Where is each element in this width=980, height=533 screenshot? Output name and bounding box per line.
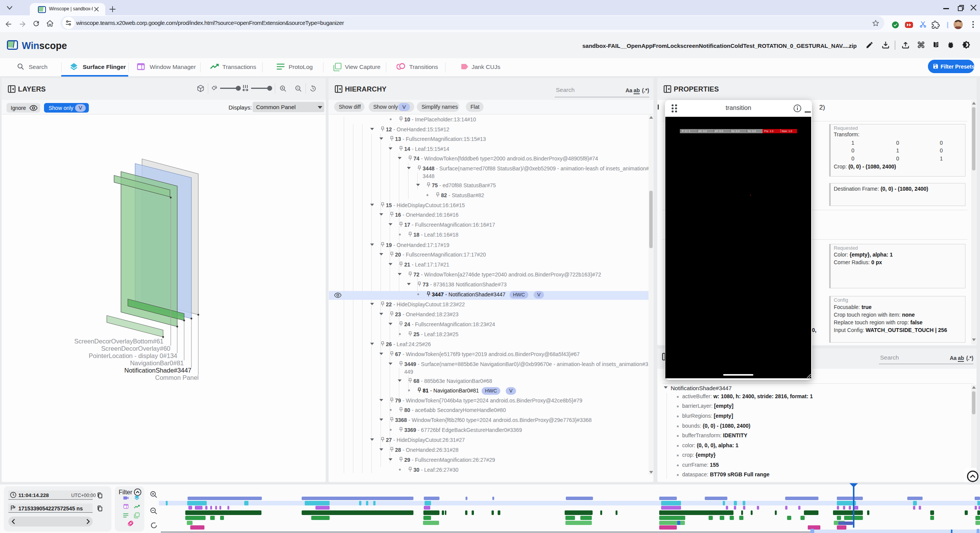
svg-text:Common Panel: Common Panel: [155, 374, 199, 381]
svg-text:ScreenDecorOverlayBottom#61: ScreenDecorOverlayBottom#61: [74, 338, 163, 345]
svg-text:ScreenDecorOverlay#60: ScreenDecorOverlay#60: [101, 345, 170, 352]
svg-text:NotificationShade#3447: NotificationShade#3447: [124, 367, 191, 374]
svg-text:NavigationBar0#81: NavigationBar0#81: [130, 360, 184, 366]
svg-text:PointerLocation - display 0#13: PointerLocation - display 0#134: [89, 352, 177, 359]
